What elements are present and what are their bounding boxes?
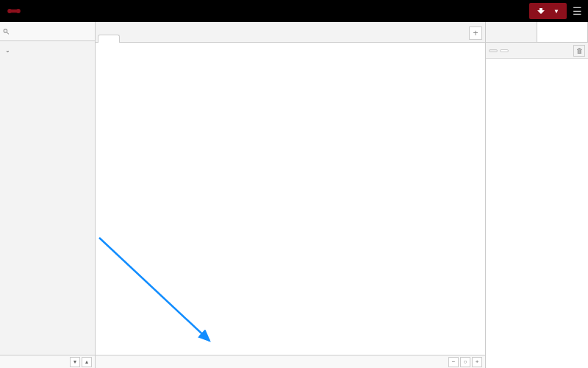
palette-footer: ▾ ▴ xyxy=(0,355,95,368)
palette-category-function[interactable]: ⌄ xyxy=(4,43,91,57)
palette-filter[interactable] xyxy=(0,22,95,41)
svg-rect-2 xyxy=(10,10,18,13)
svg-point-3 xyxy=(4,29,7,32)
sidebar: 🗑 xyxy=(485,22,588,368)
add-flow-button[interactable]: + xyxy=(469,26,482,40)
palette-collapse-button[interactable]: ▾ xyxy=(70,357,80,367)
debug-content xyxy=(486,59,588,368)
workspace-footer: − ○ + xyxy=(96,355,485,368)
debug-current-flow-button[interactable] xyxy=(500,49,509,52)
workspace-tabs: + xyxy=(96,22,485,43)
debug-all-flows-button[interactable] xyxy=(489,49,498,52)
sidebar-tab-info[interactable] xyxy=(486,22,537,42)
deploy-button[interactable]: ▼ xyxy=(529,3,567,19)
svg-line-4 xyxy=(7,32,9,34)
deploy-icon xyxy=(537,7,545,15)
palette-scroll[interactable]: ⌄ xyxy=(0,41,95,355)
filter-input[interactable] xyxy=(12,27,92,35)
hamburger-menu-button[interactable]: ☰ xyxy=(573,5,582,17)
app-logo xyxy=(6,5,22,17)
zoom-in-button[interactable]: + xyxy=(472,357,482,367)
debug-clear-button[interactable]: 🗑 xyxy=(573,45,585,57)
wires-layer xyxy=(96,43,485,355)
tab-flow1[interactable] xyxy=(98,35,120,43)
chevron-down-icon: ⌄ xyxy=(5,47,10,54)
zoom-out-button[interactable]: − xyxy=(448,357,459,367)
search-icon xyxy=(3,28,10,35)
sidebar-tab-debug[interactable] xyxy=(537,22,589,42)
debug-filter-bar: 🗑 xyxy=(486,43,588,59)
palette-expand-button[interactable]: ▴ xyxy=(82,357,92,367)
sidebar-tabs xyxy=(486,22,588,43)
app-header: ▼ ☰ xyxy=(0,0,588,22)
palette: ⌄ ▾ ▴ xyxy=(0,22,96,368)
workspace: + − ○ + xyxy=(96,22,485,368)
zoom-reset-button[interactable]: ○ xyxy=(460,357,470,367)
canvas[interactable] xyxy=(96,43,485,355)
chevron-down-icon: ▼ xyxy=(553,8,559,15)
